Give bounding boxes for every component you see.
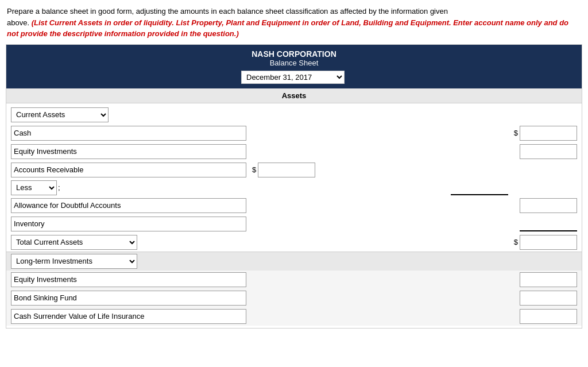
total-ca-amount[interactable] — [520, 235, 577, 250]
equity-investments-2-row — [6, 271, 582, 289]
less-row: Less ; — [6, 179, 582, 196]
equity-investments-1-amount[interactable] — [520, 144, 577, 159]
instructions: Prepare a balance sheet in good form, ad… — [0, 0, 588, 44]
ar-label[interactable] — [11, 163, 246, 177]
equity-investments-1-row — [6, 142, 582, 161]
csv-row — [6, 307, 582, 326]
equity-investments-2-amount[interactable] — [520, 272, 577, 287]
current-assets-row: Current Assets — [6, 106, 582, 124]
current-assets-select[interactable]: Current Assets — [11, 107, 109, 122]
company-name: NASH CORPORATION — [6, 49, 582, 59]
bond-label[interactable] — [11, 291, 246, 306]
total-ca-select[interactable]: Total Current Assets — [11, 235, 137, 250]
cash-row: $ — [6, 124, 582, 142]
csv-label[interactable] — [11, 309, 246, 324]
less-select[interactable]: Less — [11, 180, 57, 195]
inventory-label[interactable] — [11, 217, 246, 231]
instruction-text-1: Prepare a balance sheet in good form, ad… — [7, 7, 448, 16]
assets-header: Assets — [6, 88, 582, 103]
date-select[interactable]: December 31, 2017 — [241, 71, 345, 84]
allowance-amount[interactable] — [520, 198, 577, 213]
date-row: December 31, 2017 — [6, 71, 582, 88]
instruction-text-2: above. — [7, 18, 29, 27]
cash-label-input[interactable] — [11, 126, 246, 141]
inventory-row — [6, 215, 582, 233]
bond-amount[interactable] — [520, 291, 577, 306]
semicolon: ; — [58, 183, 60, 192]
equity-investments-1-label[interactable] — [11, 144, 246, 159]
cash-dollar: $ — [514, 129, 518, 137]
total-ca-row: Total Current Assets $ — [6, 233, 582, 252]
ar-sub-amount[interactable] — [258, 163, 315, 177]
total-ca-dollar: $ — [514, 238, 518, 246]
instruction-italic: (List Current Assets in order of liquidi… — [7, 18, 568, 38]
allowance-row — [6, 196, 582, 215]
ar-dollar: $ — [252, 165, 256, 174]
equity-investments-2-label[interactable] — [11, 272, 246, 287]
bs-body: Current Assets $ $ Less ; — [6, 103, 582, 328]
bond-row — [6, 289, 582, 307]
allowance-label[interactable] — [11, 198, 246, 213]
less-sub-amount[interactable] — [451, 180, 508, 195]
balance-sheet: NASH CORPORATION Balance Sheet December … — [6, 44, 582, 329]
inventory-amount[interactable] — [520, 217, 577, 231]
longterm-select[interactable]: Long-term Investments — [11, 254, 137, 269]
sheet-title: Balance Sheet — [6, 59, 582, 67]
cash-amount[interactable] — [520, 126, 577, 141]
bs-header: NASH CORPORATION Balance Sheet — [6, 45, 582, 71]
csv-amount[interactable] — [520, 309, 577, 324]
ar-row: $ — [6, 161, 582, 179]
longterm-section-row: Long-term Investments — [6, 252, 582, 271]
